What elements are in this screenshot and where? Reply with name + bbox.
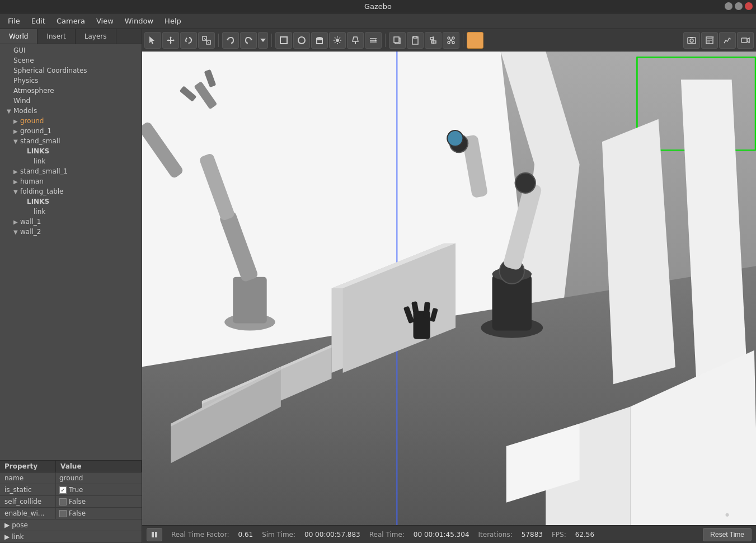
svg-point-16 xyxy=(298,37,305,44)
tree-panel[interactable]: GUI Scene Spherical Coordinates Physics … xyxy=(0,44,142,460)
menu-edit[interactable]: Edit xyxy=(26,15,51,27)
tree-item-folding-table[interactable]: ▼ folding_table xyxy=(0,186,142,196)
menu-camera[interactable]: Camera xyxy=(51,15,91,27)
tree-item-wall1[interactable]: ▶ wall_1 xyxy=(0,217,142,227)
is-static-label: True xyxy=(69,486,83,494)
undo-history-button[interactable] xyxy=(258,32,268,49)
toolbar: LOG xyxy=(142,29,756,52)
maximize-button[interactable] xyxy=(735,2,743,10)
pose-label: pose xyxy=(12,521,28,529)
titlebar: Gazebo xyxy=(0,0,756,13)
tree-item-link2[interactable]: link xyxy=(0,207,142,217)
svg-marker-33 xyxy=(375,39,377,41)
tree-item-scene[interactable]: Scene xyxy=(0,55,142,65)
menu-window[interactable]: Window xyxy=(119,15,159,27)
insert-box-button[interactable] xyxy=(275,32,292,49)
insert-sphere-button[interactable] xyxy=(293,32,310,49)
insert-point-light-button[interactable] xyxy=(329,32,346,49)
video-button[interactable] xyxy=(737,32,754,49)
insert-dir-light-button[interactable] xyxy=(365,32,382,49)
insert-spot-light-button[interactable] xyxy=(347,32,364,49)
is-static-checkbox[interactable]: ✓ xyxy=(59,486,67,494)
svg-point-41 xyxy=(448,37,450,39)
tree-item-wall2[interactable]: ▼ wall_2 xyxy=(0,227,142,237)
pause-button[interactable] xyxy=(147,528,162,541)
props-val-enable-wind[interactable]: False xyxy=(56,508,142,519)
pose-arrow-icon: ▶ xyxy=(4,521,10,529)
svg-marker-6 xyxy=(173,39,175,41)
svg-point-48 xyxy=(690,39,693,42)
tree-item-gui[interactable]: GUI xyxy=(0,45,142,55)
properties-header: Property Value xyxy=(0,461,142,472)
props-row-link[interactable]: ▶ link xyxy=(0,531,142,543)
tree-arrow-models: ▼ xyxy=(7,108,13,114)
snap-button[interactable] xyxy=(443,32,459,49)
paste-button[interactable] xyxy=(407,32,424,49)
props-val-self-collide[interactable]: False xyxy=(56,496,142,507)
svg-rect-102 xyxy=(155,532,157,537)
enable-wind-checkbox[interactable] xyxy=(59,510,67,517)
svg-rect-55 xyxy=(741,38,747,43)
svg-point-43 xyxy=(448,41,450,44)
screenshot-button[interactable] xyxy=(683,32,700,49)
insert-cylinder-button[interactable] xyxy=(311,32,328,49)
right-panel: LOG xyxy=(142,29,756,543)
svg-rect-35 xyxy=(394,37,399,43)
menu-view[interactable]: View xyxy=(91,15,119,27)
plot-button[interactable] xyxy=(719,32,736,49)
props-key-link: ▶ link xyxy=(0,531,28,542)
svg-marker-5 xyxy=(167,39,168,41)
svg-rect-15 xyxy=(280,37,287,44)
tree-item-stand-small[interactable]: ▼ stand_small xyxy=(0,136,142,146)
svg-marker-12 xyxy=(227,38,228,41)
undo-button[interactable] xyxy=(222,32,239,49)
active-tool-button[interactable] xyxy=(467,32,483,49)
viewport[interactable] xyxy=(142,52,756,525)
props-row-enable-wind: enable_wi... False xyxy=(0,508,142,519)
tree-item-spherical[interactable]: Spherical Coordinates xyxy=(0,65,142,76)
left-panel: World Insert Layers GUI Scene Spherical … xyxy=(0,29,142,543)
link-arrow-icon: ▶ xyxy=(4,533,10,541)
reset-time-button[interactable]: Reset Time xyxy=(703,528,752,541)
self-collide-checkbox[interactable] xyxy=(59,498,67,505)
log-button[interactable]: LOG xyxy=(701,32,718,49)
svg-rect-78 xyxy=(233,277,266,324)
minimize-button[interactable] xyxy=(725,2,732,10)
rotate-tool-button[interactable] xyxy=(180,32,197,49)
redo-button[interactable] xyxy=(240,32,257,49)
tree-item-ground[interactable]: ▶ ground xyxy=(0,116,142,126)
tab-world[interactable]: World xyxy=(0,29,37,44)
translate-tool-button[interactable] xyxy=(162,32,179,49)
menu-help[interactable]: Help xyxy=(159,15,187,27)
enable-wind-label: False xyxy=(69,509,86,517)
copy-button[interactable] xyxy=(389,32,406,49)
svg-point-45 xyxy=(450,39,452,41)
svg-marker-14 xyxy=(260,39,266,42)
close-button[interactable] xyxy=(745,2,753,10)
scale-tool-button[interactable] xyxy=(198,32,215,49)
tree-item-models[interactable]: ▼ Models xyxy=(0,106,142,116)
tree-item-stand-small-1[interactable]: ▶ stand_small_1 xyxy=(0,166,142,176)
props-row-name: name ground xyxy=(0,472,142,484)
select-tool-button[interactable] xyxy=(144,32,161,49)
tree-item-ground1[interactable]: ▶ ground_1 xyxy=(0,126,142,136)
tab-layers[interactable]: Layers xyxy=(76,29,116,44)
svg-point-44 xyxy=(452,41,454,44)
properties-panel: Property Value name ground is_static ✓ T… xyxy=(0,460,142,543)
svg-line-27 xyxy=(335,42,336,43)
menu-file[interactable]: File xyxy=(2,15,26,27)
tree-item-wind[interactable]: Wind xyxy=(0,96,142,106)
tree-item-atmosphere[interactable]: Atmosphere xyxy=(0,86,142,96)
props-row-self-collide: self_collide False xyxy=(0,496,142,508)
props-row-pose[interactable]: ▶ pose xyxy=(0,519,142,531)
tree-item-human[interactable]: ▶ human xyxy=(0,176,142,186)
tree-item-physics[interactable]: Physics xyxy=(0,76,142,86)
props-val-is-static[interactable]: ✓ True xyxy=(56,484,142,495)
tab-insert[interactable]: Insert xyxy=(37,29,75,44)
tree-item-link[interactable]: link xyxy=(0,156,142,166)
link-label: link xyxy=(12,533,24,541)
svg-line-26 xyxy=(340,38,341,39)
svg-rect-37 xyxy=(414,36,417,38)
sep-3 xyxy=(385,34,386,47)
align-button[interactable] xyxy=(425,32,442,49)
